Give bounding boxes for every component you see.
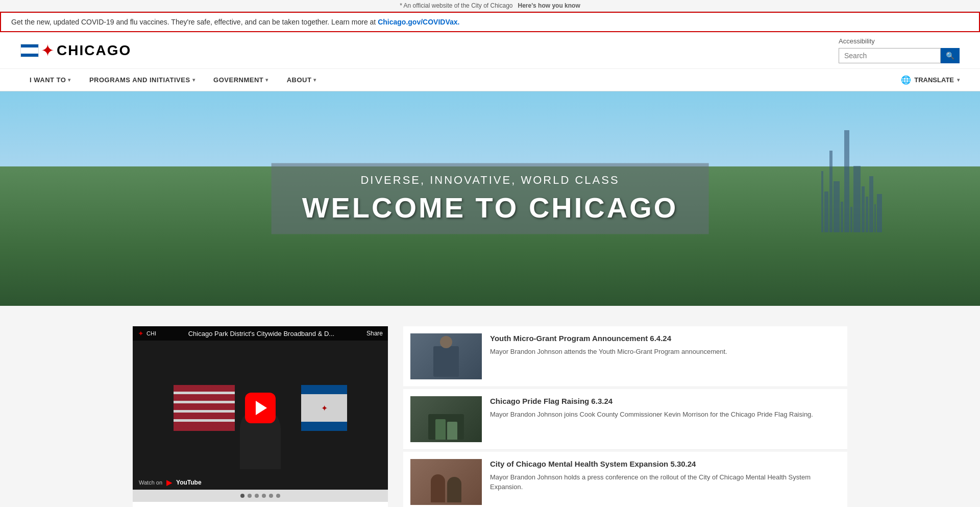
header-right: Accessibility 🔍 bbox=[839, 37, 960, 63]
chevron-down-icon: ▾ bbox=[265, 77, 268, 83]
hero-text-overlay: DIVERSE, INNOVATIVE, WORLD CLASS WELCOME… bbox=[272, 163, 709, 234]
chevron-down-icon: ▾ bbox=[192, 77, 195, 83]
translate-label: TRANSLATE bbox=[914, 76, 954, 84]
news-list: Youth Micro-Grant Program Announcement 6… bbox=[403, 326, 847, 507]
search-icon: 🔍 bbox=[946, 52, 954, 60]
carousel-dot[interactable] bbox=[262, 494, 266, 498]
logo-area[interactable]: ✦ CHICAGO bbox=[20, 41, 131, 60]
news-thumbnail-1 bbox=[410, 333, 482, 379]
chevron-down-icon: ▾ bbox=[68, 77, 71, 83]
nav-item-programs[interactable]: PROGRAMS AND INITIATIVES ▾ bbox=[80, 69, 204, 91]
chicago-star-small: ✦ bbox=[321, 403, 328, 413]
news-item[interactable]: Chicago Pride Flag Raising 6.3.24 Mayor … bbox=[403, 389, 847, 450]
header: ✦ CHICAGO Accessibility 🔍 bbox=[0, 32, 980, 69]
chevron-down-icon: ▾ bbox=[957, 77, 960, 83]
news-desc-2: Mayor Brandon Johnson joins Cook County … bbox=[490, 409, 840, 420]
nav-translate[interactable]: 🌐 TRANSLATE ▾ bbox=[901, 75, 960, 85]
globe-icon: 🌐 bbox=[901, 75, 911, 85]
news-title-1: Youth Micro-Grant Program Announcement 6… bbox=[490, 333, 840, 344]
alert-bar: Get the new, updated COVID-19 and flu va… bbox=[0, 12, 980, 32]
official-banner-link[interactable]: Here's how you know bbox=[518, 2, 580, 9]
carousel-dot[interactable] bbox=[248, 494, 252, 498]
star-logo: ✦ bbox=[41, 41, 55, 60]
content-grid: ✦ CHI Chicago Park District's Citywide B… bbox=[133, 326, 847, 507]
news-title-3: City of Chicago Mental Health System Exp… bbox=[490, 459, 840, 469]
youtube-label: YouTube bbox=[176, 479, 202, 486]
main-nav: I WANT TO ▾ PROGRAMS AND INITIATIVES ▾ G… bbox=[0, 69, 980, 91]
carousel-dot[interactable] bbox=[255, 494, 259, 498]
site-title: CHICAGO bbox=[57, 42, 131, 59]
nav-item-about[interactable]: ABOUT ▾ bbox=[278, 69, 326, 91]
hero-banner: DIVERSE, INNOVATIVE, WORLD CLASS WELCOME… bbox=[0, 91, 980, 306]
search-button[interactable]: 🔍 bbox=[941, 48, 960, 63]
carousel-dot[interactable] bbox=[240, 494, 244, 498]
play-button[interactable] bbox=[245, 393, 276, 423]
news-content-2: Chicago Pride Flag Raising 6.3.24 Mayor … bbox=[490, 396, 840, 419]
watch-on-text: Watch on bbox=[139, 479, 162, 486]
accessibility-label: Accessibility bbox=[839, 37, 875, 45]
skyline-silhouette bbox=[821, 130, 882, 232]
nav-item-i-want-to[interactable]: I WANT TO ▾ bbox=[20, 69, 80, 91]
news-item[interactable]: City of Chicago Mental Health System Exp… bbox=[403, 452, 847, 507]
search-bar: 🔍 bbox=[839, 48, 960, 63]
news-content-1: Youth Micro-Grant Program Announcement 6… bbox=[490, 333, 840, 356]
video-player[interactable]: ✦ CHI Chicago Park District's Citywide B… bbox=[133, 326, 388, 490]
news-thumbnail-2 bbox=[410, 396, 482, 442]
official-banner: * An official website of the City of Chi… bbox=[0, 0, 980, 12]
us-flag-thumbnail bbox=[174, 385, 235, 431]
youtube-logo-icon: ▶ bbox=[166, 478, 172, 487]
chicago-flag-thumbnail: ✦ bbox=[301, 385, 347, 431]
news-content-3: City of Chicago Mental Health System Exp… bbox=[490, 459, 840, 492]
play-icon bbox=[256, 401, 267, 415]
hero-subtitle: DIVERSE, INNOVATIVE, WORLD CLASS bbox=[302, 174, 678, 187]
video-bottom-bar: Watch on ▶ YouTube bbox=[133, 475, 388, 490]
nav-left: I WANT TO ▾ PROGRAMS AND INITIATIVES ▾ G… bbox=[20, 69, 326, 91]
carousel-dot[interactable] bbox=[276, 494, 280, 498]
news-title-2: Chicago Pride Flag Raising 6.3.24 bbox=[490, 396, 840, 406]
news-desc-1: Mayor Brandon Johnson attends the Youth … bbox=[490, 347, 840, 357]
main-content: ✦ CHI Chicago Park District's Citywide B… bbox=[0, 306, 980, 507]
nav-item-government[interactable]: GOVERNMENT ▾ bbox=[204, 69, 278, 91]
chevron-down-icon: ▾ bbox=[313, 77, 316, 83]
news-thumbnail-3 bbox=[410, 459, 482, 505]
video-carousel-dots bbox=[133, 490, 388, 502]
video-container: ✦ CHI Chicago Park District's Citywide B… bbox=[133, 326, 388, 507]
carousel-dot[interactable] bbox=[269, 494, 273, 498]
news-item[interactable]: Youth Micro-Grant Program Announcement 6… bbox=[403, 326, 847, 387]
chicago-flag bbox=[20, 44, 39, 57]
alert-text: Get the new, updated COVID-19 and flu va… bbox=[11, 18, 376, 26]
hero-title: WELCOME TO CHICAGO bbox=[302, 191, 678, 224]
alert-link[interactable]: Chicago.gov/COVIDVax. bbox=[378, 18, 459, 26]
official-banner-text: * An official website of the City of Chi… bbox=[400, 2, 512, 9]
search-input[interactable] bbox=[839, 48, 941, 63]
news-desc-3: Mayor Brandon Johnson holds a press conf… bbox=[490, 472, 840, 492]
